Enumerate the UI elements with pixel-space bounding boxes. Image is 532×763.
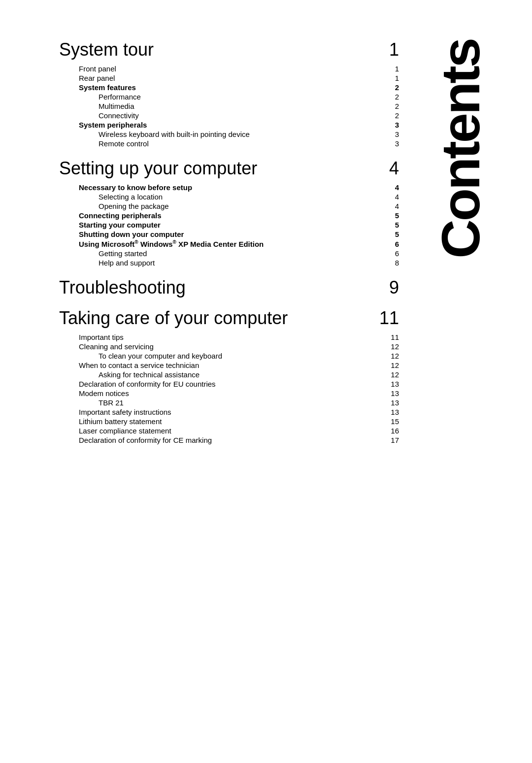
toc-entry: Asking for technical assistance 12 [59,370,399,379]
section-setting-up: Setting up your computer 4 Necessary to … [59,158,399,267]
entry-text: Shutting down your computer [79,230,384,238]
entry-text: Modem notices [79,389,384,398]
toc-entry: Modem notices 13 [59,389,399,398]
section-title-text: Taking care of your computer [59,308,288,329]
toc-entry: Shutting down your computer 5 [59,230,399,239]
page-num: 3 [384,130,399,138]
sidebar: Contents [429,0,493,763]
section-title-system-tour: System tour 1 [59,39,399,60]
section-title-setting-up: Setting up your computer 4 [59,158,399,179]
page-num: 12 [384,370,399,379]
entry-text: To clean your computer and keyboard [99,352,384,360]
entry-text: System peripherals [79,121,384,129]
page-num: 13 [384,398,399,407]
entry-text: Laser compliance statement [79,427,384,435]
page-num: 1 [384,65,399,73]
entry-text: Asking for technical assistance [99,370,384,379]
toc-entry: Connecting peripherals 5 [59,211,399,220]
toc-entry: Cleaning and servicing 12 [59,342,399,351]
entry-text: Using Microsoft® Windows® XP Media Cente… [79,239,384,248]
section-title-text: Setting up your computer [59,158,257,179]
toc-entry: Laser compliance statement 16 [59,426,399,435]
entry-text: Rear panel [79,74,384,82]
page-num: 2 [384,93,399,101]
entry-text: Remote control [99,139,384,148]
entry-text: Starting your computer [79,221,384,229]
page-num: 15 [384,417,399,426]
page-num: 16 [384,427,399,435]
entry-text: Getting started [99,249,384,258]
section-title-text: System tour [59,39,154,60]
main-content: System tour 1 Front panel 1 Rear panel 1… [0,0,429,763]
section-title-taking-care: Taking care of your computer 11 [59,308,399,329]
page-num: 2 [384,83,399,92]
toc-entry: Rear panel 1 [59,73,399,83]
toc-entry: Declaration of conformity for EU countri… [59,379,399,389]
page-num: 13 [384,389,399,398]
toc-entry: System features 2 [59,83,399,92]
toc-entry: Front panel 1 [59,64,399,73]
toc-entry: Important safety instructions 13 [59,407,399,417]
page-num: 5 [384,230,399,238]
entry-text: Front panel [79,65,384,73]
entry-text: Declaration of conformity for EU countri… [79,380,384,388]
page-num: 12 [384,361,399,369]
toc-entry: Using Microsoft® Windows® XP Media Cente… [59,239,399,249]
page-num: 2 [384,111,399,120]
entry-text: Performance [99,93,384,101]
page-num: 6 [384,240,399,248]
toc-entry: System peripherals 3 [59,120,399,130]
page-num: 6 [384,249,399,258]
toc-entry: TBR 21 13 [59,398,399,407]
section-troubleshooting: Troubleshooting 9 [59,277,399,298]
page-num: 12 [384,342,399,351]
page-num: 17 [384,436,399,444]
entry-text: Important safety instructions [79,408,384,416]
entry-text: Important tips [79,333,384,341]
toc-entry: Opening the package 4 [59,201,399,211]
entry-text: Connecting peripherals [79,211,384,220]
page-num: 8 [384,259,399,267]
page-num: 3 [384,139,399,148]
page-num: 13 [384,380,399,388]
page-num: 4 [384,202,399,210]
entry-text: Lithium battery statement [79,417,384,426]
page-num: 3 [384,121,399,129]
entry-text: Wireless keyboard with built-in pointing… [99,130,384,138]
page-num: 12 [384,352,399,360]
page-num: 11 [384,333,399,341]
entry-text: Necessary to know before setup [79,183,384,192]
toc-entry: Help and support 8 [59,258,399,267]
section-title-text: Troubleshooting [59,277,186,298]
page-num: 1 [384,74,399,82]
toc-entry: Selecting a location 4 [59,192,399,201]
entry-text: Declaration of conformity for CE marking [79,436,384,444]
page-container: System tour 1 Front panel 1 Rear panel 1… [0,0,532,763]
toc-entry: To clean your computer and keyboard 12 [59,351,399,361]
page-num: 5 [384,211,399,220]
section-page-num: 9 [389,277,399,298]
toc-entry: Wireless keyboard with built-in pointing… [59,130,399,139]
page-num: 4 [384,193,399,201]
entry-text: System features [79,83,384,92]
entry-text: TBR 21 [99,398,384,407]
page-num: 13 [384,408,399,416]
toc-entry: When to contact a service technician 12 [59,361,399,370]
toc-entry: Remote control 3 [59,139,399,148]
section-page-num: 4 [389,158,399,179]
section-title-troubleshooting: Troubleshooting 9 [59,277,399,298]
toc-entry: Declaration of conformity for CE marking… [59,435,399,445]
section-page-num: 1 [389,39,399,60]
entry-text: Cleaning and servicing [79,342,384,351]
entry-text: Help and support [99,259,384,267]
section-system-tour: System tour 1 Front panel 1 Rear panel 1… [59,39,399,148]
toc-entry: Important tips 11 [59,332,399,342]
toc-entry: Connectivity 2 [59,111,399,120]
entry-text: Opening the package [99,202,384,210]
toc-entry: Getting started 6 [59,249,399,258]
toc-entry: Lithium battery statement 15 [59,417,399,426]
toc-entry: Performance 2 [59,92,399,101]
sidebar-label: Contents [433,39,488,259]
section-taking-care: Taking care of your computer 11 Importan… [59,308,399,445]
toc-entry: Necessary to know before setup 4 [59,183,399,192]
